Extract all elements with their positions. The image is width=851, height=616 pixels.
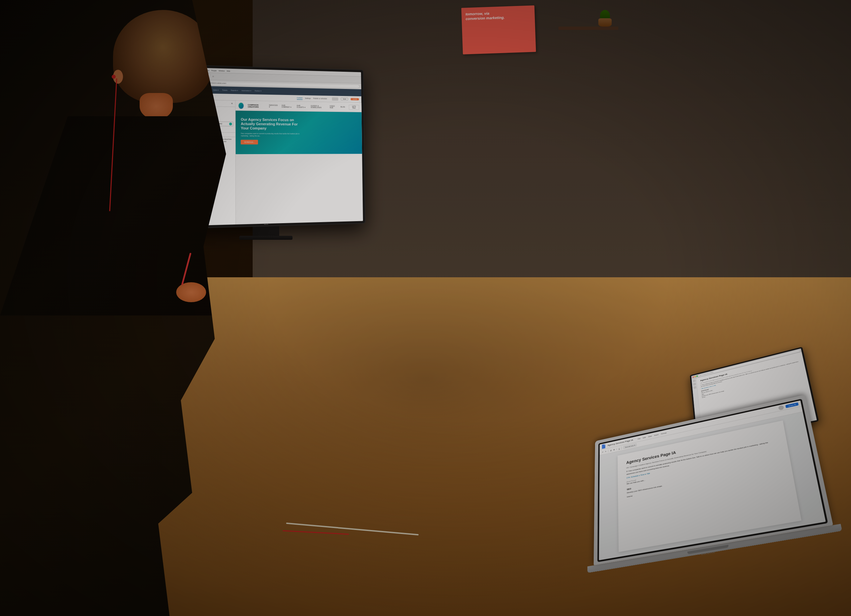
cc-lets-talk-btn[interactable]: LET'S TALK bbox=[349, 105, 359, 110]
sidebar-icon-1 bbox=[693, 379, 696, 382]
gdoc-format-menu[interactable]: Format bbox=[661, 432, 666, 435]
new-tab-button[interactable]: + bbox=[212, 74, 214, 78]
sticky-note: tomorrow, via conversion marketing. bbox=[462, 5, 536, 54]
mini-fullscreen[interactable] bbox=[696, 375, 698, 377]
wall-shelf bbox=[558, 27, 618, 30]
sidebar-icon-3 bbox=[693, 386, 696, 389]
monitor-stand bbox=[253, 226, 279, 236]
save-button[interactable]: Save bbox=[341, 97, 348, 100]
search-bar[interactable] bbox=[332, 97, 338, 100]
update-button[interactable]: Update bbox=[351, 98, 359, 100]
cc-company-name: CAMPAIGN CREATORS bbox=[248, 103, 265, 108]
gdoc-bold[interactable]: B bbox=[613, 449, 615, 451]
monitor-base bbox=[239, 236, 293, 240]
gdoc-edit-menu[interactable]: Edit bbox=[643, 436, 646, 439]
website-preview: CAMPAIGN CREATORS SERVICES ▾ OUR COMPANY… bbox=[236, 100, 363, 225]
nav-reports[interactable]: Reports ▾ bbox=[231, 89, 238, 91]
cc-nav-video[interactable]: VIDEO HUB bbox=[330, 105, 337, 109]
gdoc-toolbar-undo[interactable]: ↺ bbox=[602, 451, 603, 453]
gdoc-file-menu[interactable]: File bbox=[637, 438, 641, 440]
mini-minimize[interactable] bbox=[695, 376, 696, 378]
user-avatar bbox=[778, 405, 784, 410]
gdoc-insert-menu[interactable]: Insert bbox=[654, 434, 659, 436]
cc-logo bbox=[238, 102, 244, 109]
nav-sales[interactable]: Sales ▾ bbox=[213, 89, 219, 91]
sticky-note-line2: conversion marketing. bbox=[466, 16, 505, 21]
plant-decoration bbox=[598, 10, 612, 27]
toolbar-sep-2 bbox=[622, 446, 622, 450]
gdoc-underline[interactable]: U bbox=[619, 448, 620, 450]
person-neck bbox=[140, 93, 173, 120]
nav-automation[interactable]: Automation ▾ bbox=[242, 89, 252, 91]
gdoc-view-menu[interactable]: View bbox=[648, 435, 651, 437]
person-hand bbox=[176, 282, 206, 302]
cc-nav-blog[interactable]: BLOG bbox=[341, 106, 345, 108]
doc-icon-corner bbox=[604, 444, 605, 446]
hero-title: Our Agency Services Focus on Actually Ge… bbox=[241, 118, 306, 131]
hero-section: Our Agency Services Focus on Actually Ge… bbox=[236, 111, 362, 154]
panel-close[interactable]: ✕ bbox=[231, 102, 233, 105]
people-menu[interactable]: People bbox=[211, 69, 217, 71]
window-menu[interactable]: Window bbox=[219, 69, 225, 71]
mini-traffic-lights bbox=[692, 375, 698, 378]
monitor-brand: acer bbox=[264, 222, 269, 225]
main-scene: tomorrow, via conversion marketing.  Ch… bbox=[0, 0, 851, 616]
vase bbox=[598, 18, 612, 27]
nav-partner[interactable]: Partner ▾ bbox=[255, 90, 262, 91]
gdoc-toolbar-redo[interactable]: ↻ bbox=[605, 450, 606, 452]
google-docs-icon bbox=[602, 444, 605, 449]
cc-nav-guides[interactable]: GUIDES & DOWNLOADS bbox=[311, 105, 326, 108]
tab-publish[interactable]: Publish or schedule bbox=[313, 97, 327, 100]
nav-tickets[interactable]: Tickets bbox=[222, 89, 227, 91]
tab-settings[interactable]: Settings bbox=[305, 97, 310, 100]
cc-nav-clients[interactable]: OUR CLIENTS ▾ bbox=[297, 105, 307, 108]
hero-subtitle: Few companies want to commit to producin… bbox=[241, 132, 306, 137]
sticky-note-line1: tomorrow, via bbox=[465, 11, 489, 16]
gdoc-print[interactable]: 🖨 bbox=[610, 449, 612, 451]
cc-nav-services[interactable]: SERVICES ▾ bbox=[269, 104, 278, 108]
sidebar-icon-2 bbox=[693, 382, 696, 385]
toolbar-sep-1 bbox=[608, 449, 608, 453]
help-menu[interactable]: Help bbox=[227, 70, 230, 72]
mini-close[interactable] bbox=[692, 376, 694, 378]
cc-nav-company[interactable]: OUR COMPANY ▾ bbox=[281, 105, 293, 108]
cc-header: CAMPAIGN CREATORS SERVICES ▾ OUR COMPANY… bbox=[236, 100, 362, 112]
hero-cta-button[interactable]: SCHEDULE... bbox=[241, 139, 258, 144]
earbud bbox=[112, 75, 116, 79]
tab-content[interactable]: Content bbox=[297, 97, 302, 100]
person-hair bbox=[113, 10, 213, 103]
